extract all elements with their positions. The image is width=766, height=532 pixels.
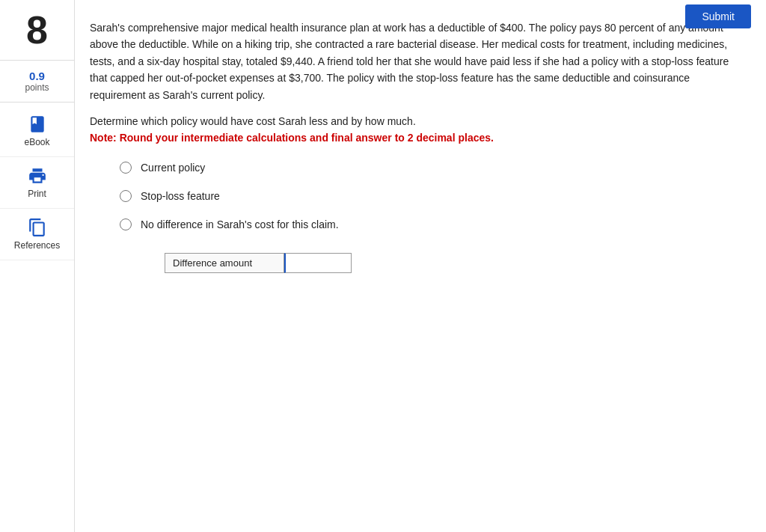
radio-nodiff-policy[interactable] xyxy=(120,218,132,230)
difference-section: Difference amount xyxy=(165,253,744,273)
print-icon xyxy=(28,166,47,186)
note-text: Note: Round your intermediate calculatio… xyxy=(90,132,744,144)
sidebar-item-ebook[interactable]: eBook xyxy=(0,106,74,157)
instruction-text: Determine which policy would have cost S… xyxy=(90,115,744,127)
book-icon xyxy=(28,114,47,134)
points-value: 0.9 xyxy=(0,70,74,82)
submit-button[interactable]: Submit xyxy=(685,4,751,28)
ebook-label: eBook xyxy=(24,137,49,147)
radio-current-policy[interactable] xyxy=(120,162,132,174)
option-row-nodiff: No difference in Sarah's cost for this c… xyxy=(120,218,744,230)
sidebar: 8 0.9 points eBook Print References xyxy=(0,0,75,532)
label-nodiff-policy[interactable]: No difference in Sarah's cost for this c… xyxy=(141,218,339,230)
references-label: References xyxy=(14,240,60,251)
label-current-policy[interactable]: Current policy xyxy=(141,162,205,174)
question-number: 8 xyxy=(0,0,74,61)
option-row-stoploss: Stop-loss feature xyxy=(120,190,744,202)
question-text: Sarah's comprehensive major medical heal… xyxy=(90,19,744,103)
points-label: points xyxy=(0,82,74,93)
radio-stoploss-policy[interactable] xyxy=(120,190,132,202)
option-row-current: Current policy xyxy=(120,162,744,174)
references-icon xyxy=(28,218,47,237)
main-content: Submit Sarah's comprehensive major medic… xyxy=(75,0,766,532)
sidebar-item-print[interactable]: Print xyxy=(0,157,74,209)
sidebar-item-references[interactable]: References xyxy=(0,209,74,260)
options-section: Current policy Stop-loss feature No diff… xyxy=(90,162,744,230)
difference-amount-input[interactable] xyxy=(284,253,352,273)
difference-amount-label: Difference amount xyxy=(165,253,284,273)
print-label: Print xyxy=(28,189,46,199)
label-stoploss-policy[interactable]: Stop-loss feature xyxy=(141,190,220,202)
points-section: 0.9 points xyxy=(0,61,74,103)
sidebar-nav: eBook Print References xyxy=(0,106,74,260)
